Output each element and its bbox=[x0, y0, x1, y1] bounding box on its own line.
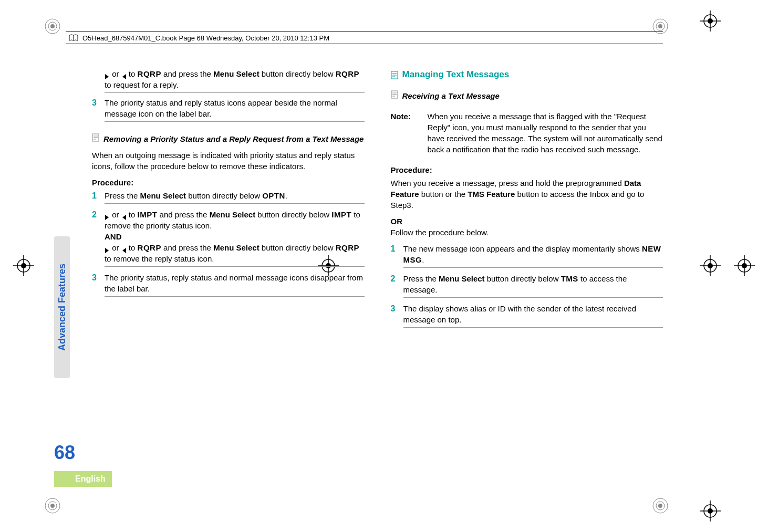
registration-mark bbox=[42, 495, 63, 516]
procedure-label: Procedure: bbox=[92, 177, 365, 188]
step-number: 2 bbox=[92, 209, 105, 267]
step-number: 2 bbox=[391, 273, 403, 298]
page-number: 68 bbox=[54, 442, 75, 464]
svg-point-27 bbox=[708, 508, 713, 514]
intro-paragraph: When an outgoing message is indicated wi… bbox=[92, 150, 365, 172]
left-column: or to RQRP and press the Menu Select but… bbox=[81, 68, 365, 474]
registration-mark bbox=[650, 495, 671, 516]
crosshair-mark bbox=[13, 255, 34, 276]
procedure-step-1: 1 Press the Menu Select button directly … bbox=[92, 190, 365, 206]
arrow-left-icon bbox=[121, 245, 127, 252]
procedure-step-3: 3 The priority status, reply status and … bbox=[92, 272, 365, 299]
subsection-title: Removing a Priority Status and a Reply R… bbox=[92, 133, 365, 144]
arrow-left-icon bbox=[121, 71, 127, 78]
svg-point-5 bbox=[658, 24, 662, 28]
step-number: 3 bbox=[391, 303, 403, 328]
page-header-bar: O5Head_6875947M01_C.book Page 68 Wednesd… bbox=[66, 32, 663, 44]
svg-point-35 bbox=[708, 263, 713, 268]
step-number: 1 bbox=[391, 243, 403, 268]
step-continuation: or to RQRP and press the Menu Select but… bbox=[105, 68, 365, 93]
document-icon bbox=[391, 70, 398, 79]
side-tab: Advanced Features bbox=[54, 236, 70, 378]
header-text: O5Head_6875947M01_C.book Page 68 Wednesd… bbox=[82, 34, 329, 42]
crosshair-mark bbox=[700, 11, 721, 32]
arrow-right-icon bbox=[105, 71, 110, 78]
procedure-label: Procedure: bbox=[391, 164, 663, 175]
intro-paragraph-2: Follow the procedure below. bbox=[391, 227, 663, 238]
svg-point-23 bbox=[708, 18, 713, 24]
svg-point-11 bbox=[658, 504, 662, 508]
step-3: 3 The priority status and reply status i… bbox=[92, 97, 365, 124]
or-label: OR bbox=[391, 216, 663, 227]
note-label: Note: bbox=[391, 111, 428, 155]
arrow-right-icon bbox=[105, 212, 110, 218]
svg-point-8 bbox=[50, 504, 55, 508]
arrow-right-icon bbox=[105, 245, 110, 252]
book-icon bbox=[69, 34, 78, 41]
procedure-step-2: 2 or to IMPT and press the Menu Select b… bbox=[92, 209, 365, 269]
step-number: 3 bbox=[92, 272, 105, 297]
r-step-3: 3 The display shows alias or ID with the… bbox=[391, 303, 663, 330]
section-heading: Managing Text Messages bbox=[391, 68, 663, 81]
crosshair-mark bbox=[734, 255, 755, 276]
step-number: 3 bbox=[92, 97, 105, 122]
note-block: Note: When you receive a message that is… bbox=[391, 111, 663, 155]
r-step-2: 2 Press the Menu Select button directly … bbox=[391, 273, 663, 300]
intro-paragraph: When you receive a message, press and ho… bbox=[391, 178, 663, 211]
note-text: When you receive a message that is flagg… bbox=[428, 111, 663, 155]
step-number: 1 bbox=[92, 190, 105, 204]
document-icon bbox=[391, 90, 398, 99]
svg-point-15 bbox=[21, 263, 26, 268]
side-tab-label: Advanced Features bbox=[57, 264, 68, 351]
r-step-1: 1 The new message icon appears and the d… bbox=[391, 243, 663, 270]
content-area: or to RQRP and press the Menu Select but… bbox=[81, 68, 663, 474]
arrow-left-icon bbox=[121, 212, 127, 218]
document-icon bbox=[92, 133, 99, 142]
crosshair-mark bbox=[700, 255, 721, 276]
svg-point-2 bbox=[50, 24, 55, 28]
crosshair-mark bbox=[700, 500, 721, 521]
subsection-title: Receiving a Text Message bbox=[391, 90, 663, 101]
svg-point-19 bbox=[742, 263, 747, 268]
registration-mark bbox=[42, 16, 63, 37]
right-column: Managing Text Messages Receiving a Text … bbox=[391, 68, 663, 474]
and-label: AND bbox=[105, 231, 365, 242]
